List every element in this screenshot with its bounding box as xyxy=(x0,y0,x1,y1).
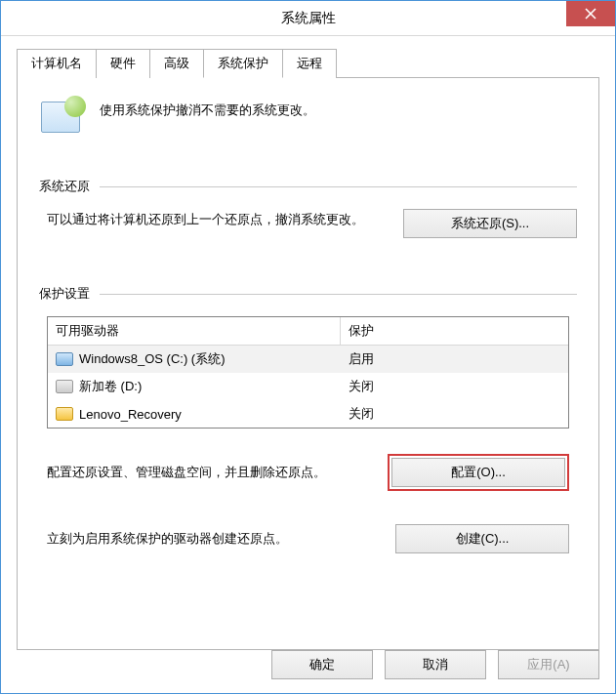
highlight-box: 配置(O)... xyxy=(388,454,569,491)
tab-strip: 计算机名 硬件 高级 系统保护 远程 xyxy=(17,48,599,78)
restore-row: 可以通过将计算机还原到上一个还原点，撤消系统更改。 系统还原(S)... xyxy=(39,209,577,238)
system-properties-window: 系统属性 计算机名 硬件 高级 系统保护 远程 使用系统保护撤消不需要的系统更改… xyxy=(0,0,616,694)
intro-row: 使用系统保护撤消不需要的系统更改。 xyxy=(39,96,577,143)
drive-icon xyxy=(56,380,73,393)
col-header-drive[interactable]: 可用驱动器 xyxy=(48,317,341,346)
divider xyxy=(100,186,577,187)
configure-desc: 配置还原设置、管理磁盘空间，并且删除还原点。 xyxy=(47,464,376,481)
tab-computer-name[interactable]: 计算机名 xyxy=(17,49,97,78)
dialog-buttons: 确定 取消 应用(A) xyxy=(271,650,599,679)
section-header-protect: 保护设置 xyxy=(39,285,577,303)
section-header-restore: 系统还原 xyxy=(39,178,577,195)
drive-status: 关闭 xyxy=(341,376,568,397)
drive-status: 启用 xyxy=(341,348,568,370)
ok-button[interactable]: 确定 xyxy=(271,650,373,679)
folder-icon xyxy=(56,407,73,421)
drive-name: Windows8_OS (C:) (系统) xyxy=(79,350,226,368)
close-icon xyxy=(585,8,596,20)
restore-desc: 可以通过将计算机还原到上一个还原点，撤消系统更改。 xyxy=(39,209,391,230)
create-desc: 立刻为启用系统保护的驱动器创建还原点。 xyxy=(47,530,384,548)
configure-row: 配置还原设置、管理磁盘空间，并且删除还原点。 配置(O)... xyxy=(47,454,569,491)
tab-panel-system-protection: 使用系统保护撤消不需要的系统更改。 系统还原 可以通过将计算机还原到上一个还原点… xyxy=(17,78,599,650)
window-title: 系统属性 xyxy=(281,10,336,27)
content-area: 计算机名 硬件 高级 系统保护 远程 使用系统保护撤消不需要的系统更改。 系统还… xyxy=(1,36,615,666)
divider xyxy=(100,294,577,295)
separator xyxy=(17,635,599,636)
section-title-protect: 保护设置 xyxy=(39,285,90,303)
titlebar: 系统属性 xyxy=(1,1,615,36)
drive-name: Lenovo_Recovery xyxy=(79,407,182,422)
drive-status: 关闭 xyxy=(341,403,568,425)
create-button[interactable]: 创建(C)... xyxy=(395,524,569,553)
tab-remote[interactable]: 远程 xyxy=(282,49,337,78)
drive-row[interactable]: Windows8_OS (C:) (系统) 启用 xyxy=(48,346,568,373)
section-title-restore: 系统还原 xyxy=(39,178,90,195)
close-button[interactable] xyxy=(566,1,615,26)
tab-system-protection[interactable]: 系统保护 xyxy=(203,49,283,78)
drive-table-header: 可用驱动器 保护 xyxy=(48,317,568,346)
configure-button[interactable]: 配置(O)... xyxy=(391,458,565,487)
intro-text: 使用系统保护撤消不需要的系统更改。 xyxy=(100,96,315,119)
drive-row[interactable]: 新加卷 (D:) 关闭 xyxy=(48,373,568,400)
tab-hardware[interactable]: 硬件 xyxy=(96,49,150,78)
cancel-button[interactable]: 取消 xyxy=(385,650,486,679)
drive-icon xyxy=(56,352,73,366)
tab-advanced[interactable]: 高级 xyxy=(149,49,204,78)
system-restore-button[interactable]: 系统还原(S)... xyxy=(403,209,577,238)
drive-name: 新加卷 (D:) xyxy=(79,378,142,395)
apply-button[interactable]: 应用(A) xyxy=(498,650,599,679)
drive-table: 可用驱动器 保护 Windows8_OS (C:) (系统) 启用 新加卷 (D… xyxy=(47,316,569,429)
col-header-protection[interactable]: 保护 xyxy=(341,317,568,346)
drive-row[interactable]: Lenovo_Recovery 关闭 xyxy=(48,400,568,428)
create-row: 立刻为启用系统保护的驱动器创建还原点。 创建(C)... xyxy=(47,524,569,553)
system-protection-icon xyxy=(39,96,86,143)
